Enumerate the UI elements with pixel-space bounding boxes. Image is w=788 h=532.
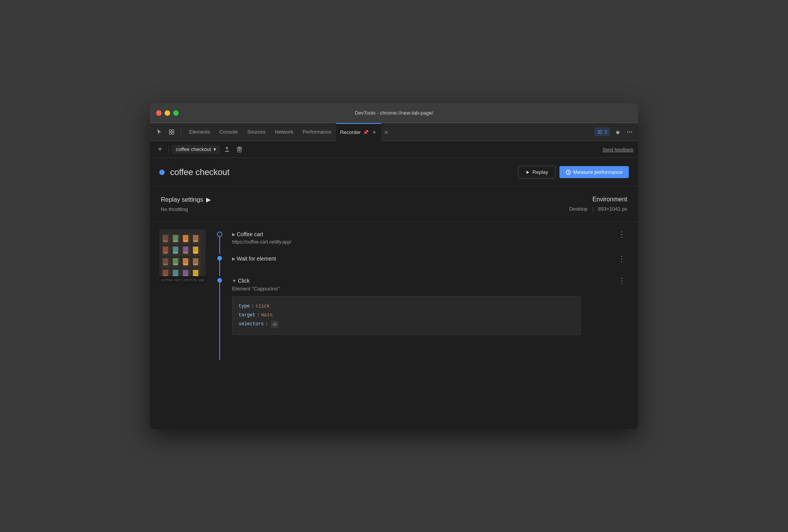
send-feedback-link[interactable]: Send feedback [602, 147, 633, 153]
svg-rect-10 [225, 151, 229, 152]
tab-console[interactable]: Console [215, 123, 243, 141]
svg-rect-36 [193, 252, 198, 254]
selector-picker-button[interactable] [271, 321, 278, 328]
svg-rect-5 [598, 132, 601, 132]
add-recording-button[interactable]: + [155, 144, 165, 155]
svg-rect-0 [169, 130, 171, 132]
window-title: DevTools - chrome://new-tab-page/ [355, 110, 433, 116]
title-bar: DevTools - chrome://new-tab-page/ [150, 103, 638, 123]
code-line-target: target : main [239, 312, 574, 319]
recorder-label: Recorder [340, 129, 361, 135]
traffic-lights [156, 110, 179, 116]
recording-header: coffee checkout Replay Measure performan… [150, 158, 638, 187]
tab-sources[interactable]: Sources [243, 123, 270, 141]
replay-settings-section: Replay settings ▶ No throttling Environm… [150, 187, 638, 222]
svg-rect-56 [183, 270, 188, 276]
code-line-selectors: selectors : [239, 321, 574, 328]
recorder-toolbar: + coffee checkout ▾ Send feedback [150, 141, 638, 158]
svg-rect-26 [163, 247, 168, 253]
code-type-key: type [239, 303, 250, 310]
measure-performance-button[interactable]: Measure performance [559, 166, 629, 178]
code-type-value: click [256, 303, 270, 310]
step-name-3: Click [238, 278, 249, 284]
tab-elements[interactable]: Elements [184, 123, 215, 141]
step-line-2 [219, 261, 220, 276]
code-block: type : click target : main selectors [232, 296, 581, 335]
settings-icon[interactable] [612, 127, 623, 137]
timeline-column-2 [212, 254, 227, 276]
step-header-2[interactable]: ▶ Wait for element ⋮ [232, 255, 629, 263]
step-url-1: https://coffee-cart.netlify.app/ [232, 239, 629, 245]
svg-rect-59 [193, 270, 198, 276]
main-content: coffee checkout Replay Measure performan… [150, 158, 638, 429]
replay-button[interactable]: Replay [518, 166, 555, 178]
throttling-value: No throttling [161, 206, 569, 212]
settings-left: Replay settings ▶ No throttling [161, 196, 569, 212]
svg-rect-30 [173, 252, 178, 254]
console-badge-button[interactable]: 3 [594, 127, 610, 136]
recording-title: coffee checkout [170, 167, 518, 177]
minimize-button[interactable] [165, 110, 170, 116]
step-coffee-cart: ▶ Coffee cart ⋮ https://coffee-cart.netl… [212, 230, 629, 254]
environment-title: Environment [569, 196, 627, 203]
svg-point-9 [631, 131, 632, 132]
step-name-1: Coffee cart [237, 231, 263, 237]
step-body-2: ▶ Wait for element ⋮ [227, 254, 629, 276]
tab-performance[interactable]: Performance [298, 123, 336, 141]
tab-network[interactable]: Network [270, 123, 298, 141]
close-button[interactable] [156, 110, 162, 116]
svg-rect-45 [183, 264, 188, 265]
svg-text:coffee-cart.netlify.app: coffee-cart.netlify.app [161, 278, 204, 282]
cursor-icon[interactable] [153, 126, 165, 138]
tab-recorder[interactable]: Recorder 📌 ✕ [336, 123, 381, 141]
svg-rect-44 [183, 258, 188, 264]
export-button[interactable] [222, 144, 232, 155]
step-expand-icon-2: ▶ [232, 256, 235, 261]
step-menu-2[interactable]: ⋮ [615, 255, 629, 263]
tab-bar-right: 3 [594, 127, 635, 137]
svg-rect-29 [173, 247, 178, 253]
step-dot-3 [217, 278, 222, 283]
replay-settings-title[interactable]: Replay settings ▶ [161, 196, 569, 203]
svg-rect-48 [193, 264, 198, 265]
svg-rect-47 [193, 258, 198, 264]
more-options-icon[interactable] [624, 127, 635, 137]
step-menu-1[interactable]: ⋮ [615, 230, 629, 238]
svg-rect-15 [163, 240, 168, 242]
delete-button[interactable] [234, 144, 245, 155]
fullscreen-button[interactable] [173, 110, 179, 116]
step-expand-icon-1: ▶ [232, 232, 235, 237]
step-collapse-icon-3: ▼ [232, 278, 236, 283]
more-tabs-button[interactable]: » [381, 123, 391, 141]
code-selectors-key: selectors [239, 321, 264, 328]
tab-close-button[interactable]: ✕ [371, 129, 377, 136]
svg-point-8 [629, 131, 630, 132]
recording-thumbnail: coffee-cart.netlify.app [159, 230, 206, 284]
step-wait-for-element: ▶ Wait for element ⋮ [212, 254, 629, 276]
toolbar-separator [169, 146, 169, 153]
step-menu-3[interactable]: ⋮ [615, 277, 629, 285]
step-header-1[interactable]: ▶ Coffee cart ⋮ [232, 230, 629, 238]
dropdown-icon: ▾ [213, 146, 216, 152]
svg-rect-53 [173, 270, 178, 276]
thumbnail-image: coffee-cart.netlify.app [159, 230, 206, 284]
step-body-1: ▶ Coffee cart ⋮ https://coffee-cart.netl… [227, 230, 629, 254]
timeline-column-3 [212, 276, 227, 360]
svg-point-7 [627, 131, 628, 132]
badge-count: 3 [604, 129, 607, 135]
recording-selector[interactable]: coffee checkout ▾ [172, 145, 220, 154]
step-detail-3: Element "Cappucino" [232, 286, 629, 292]
pin-icon: 📌 [363, 130, 369, 135]
step-name-2: Wait for element [237, 256, 276, 262]
svg-rect-20 [183, 235, 188, 241]
step-header-3[interactable]: ▼ Click ⋮ [232, 277, 629, 285]
measure-icon [566, 170, 571, 175]
devtools-window: DevTools - chrome://new-tab-page/ Elemen… [150, 103, 638, 429]
step-line-3 [219, 283, 220, 360]
svg-rect-27 [163, 252, 168, 254]
svg-rect-17 [173, 235, 178, 241]
step-click: ▼ Click ⋮ Element "Cappucino" type : cli… [212, 276, 629, 360]
svg-rect-14 [163, 235, 168, 241]
svg-rect-41 [173, 258, 178, 264]
inspect-icon[interactable] [165, 126, 178, 138]
